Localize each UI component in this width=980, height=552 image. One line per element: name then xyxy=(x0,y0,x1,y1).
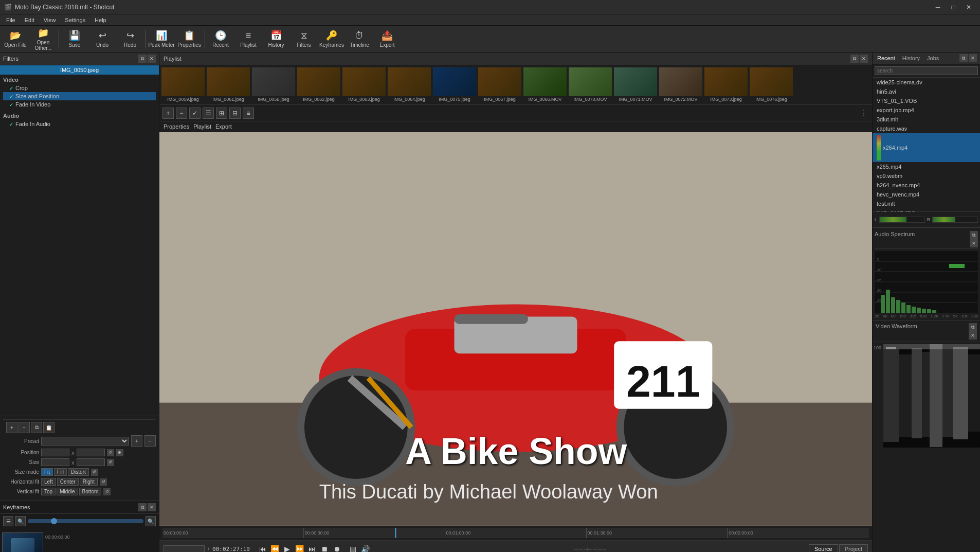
recent-item[interactable]: export.job.mp4 xyxy=(873,105,980,115)
playlist-item[interactable]: IMG_0066.MOV xyxy=(523,67,567,102)
history-tab[interactable]: History xyxy=(901,55,921,62)
playlist-item[interactable]: IMG_0073.jpeg xyxy=(704,67,748,102)
playlist-float[interactable]: ⧉ xyxy=(850,55,859,63)
playlist-item[interactable]: IMG_0072.MOV xyxy=(659,67,702,102)
save-button[interactable]: 💾 Save xyxy=(61,27,88,51)
in-point-button[interactable]: ▤ xyxy=(348,543,359,552)
playlist-detail-view[interactable]: ⊟ xyxy=(229,108,241,119)
kf-zoom-slider[interactable] xyxy=(28,519,143,523)
spectrum-float[interactable]: ⧉ xyxy=(970,231,978,239)
horiz-fit-left[interactable]: Left xyxy=(41,478,56,486)
playlist-remove-button[interactable]: − xyxy=(176,108,187,119)
play-button[interactable]: ▶ xyxy=(282,543,293,552)
playlist-item[interactable]: IMG_0058.jpeg xyxy=(252,67,295,102)
open-file-button[interactable]: 📂 Open File xyxy=(2,27,29,51)
position-reset-button[interactable]: ↺ xyxy=(107,449,114,456)
waveform-close[interactable]: ✕ xyxy=(969,331,977,340)
preset-select[interactable] xyxy=(41,437,129,446)
recent-item[interactable]: 3dlut.mlt xyxy=(873,115,980,124)
jobs-tab[interactable]: Jobs xyxy=(925,55,940,62)
preview-ruler-marks[interactable]: 00:00:00:00 00:00:30:00 00:01:00:00 00:0… xyxy=(162,528,869,538)
playlist-item[interactable]: IMG_0075.jpeg xyxy=(433,67,476,102)
recent-item[interactable]: h264_nvenc.mp4 xyxy=(873,181,980,190)
playlist-button[interactable]: ≡ Playlist xyxy=(235,27,262,51)
playlist-add-button[interactable]: + xyxy=(162,108,174,119)
spectrum-close[interactable]: ✕ xyxy=(970,239,978,247)
vert-fit-bottom[interactable]: Bottom xyxy=(79,488,102,495)
filters-close-button[interactable]: ✕ xyxy=(148,55,156,63)
audi-close[interactable]: ✕ xyxy=(969,54,977,62)
filter-crop[interactable]: ✓ Crop xyxy=(3,84,156,92)
undo-button[interactable]: ↩ Undo xyxy=(89,27,116,51)
filters-float-button[interactable]: ⧉ xyxy=(138,55,147,63)
kf-zoom-in-button[interactable]: 🔍 xyxy=(146,516,156,526)
recent-button[interactable]: 🕒 Recent xyxy=(207,27,234,51)
preset-add-button[interactable]: + xyxy=(131,435,142,447)
preset-remove-button[interactable]: − xyxy=(144,435,156,447)
menu-settings[interactable]: Settings xyxy=(61,16,89,24)
filters-button[interactable]: ⧖ Filters xyxy=(291,27,317,51)
playlist-close[interactable]: ✕ xyxy=(860,55,868,63)
playlist-item[interactable]: IMG_0061.jpeg xyxy=(207,67,250,102)
recent-item[interactable]: VTS_01_1.VOB xyxy=(873,96,980,105)
step-back-button[interactable]: ⏪ xyxy=(269,543,281,552)
size-mode-fit[interactable]: Fit xyxy=(41,468,53,476)
vert-fit-top[interactable]: Top xyxy=(41,488,56,495)
peak-meter-button[interactable]: 📊 Peak Meter xyxy=(148,27,175,51)
source-tab[interactable]: Source xyxy=(809,544,838,552)
playlist-tab-export[interactable]: Export xyxy=(215,123,232,130)
search-input[interactable] xyxy=(875,66,978,75)
recent-item[interactable]: capture.wav xyxy=(873,124,980,133)
size-reset-button[interactable]: ↺ xyxy=(107,459,114,466)
recent-item[interactable]: x264.mp4 xyxy=(873,133,980,162)
recent-item[interactable]: test.mlt xyxy=(873,199,980,208)
playlist-item[interactable]: IMG_0076.jpeg xyxy=(750,67,793,102)
export-button[interactable]: 📤 Export xyxy=(374,27,401,51)
paste-filter-button[interactable]: 📋 xyxy=(43,422,55,433)
project-tab[interactable]: Project xyxy=(839,544,868,552)
playlist-item[interactable]: IMG_0071.MOV xyxy=(614,67,657,102)
timeline-button[interactable]: ⏱ Timeline xyxy=(346,27,373,51)
horiz-fit-center[interactable]: Center xyxy=(57,478,79,486)
recent-item[interactable]: x265.mp4 xyxy=(873,162,980,171)
minimize-button[interactable]: ─ xyxy=(931,2,945,12)
menu-edit[interactable]: Edit xyxy=(21,16,39,24)
close-button[interactable]: ✕ xyxy=(961,2,976,12)
copy-filter-button[interactable]: ⧉ xyxy=(31,422,42,433)
vert-fit-middle[interactable]: Middle xyxy=(57,488,78,495)
filter-size-position[interactable]: ✓ Size and Position xyxy=(3,92,156,100)
properties-button[interactable]: 📋 Properties xyxy=(176,27,203,51)
recent-item[interactable]: hevc_nvenc.mp4 xyxy=(873,190,980,199)
kf-zoom-out-button[interactable]: 🔍 xyxy=(15,516,26,526)
menu-view[interactable]: View xyxy=(40,16,60,24)
recent-item[interactable]: hin5.avi xyxy=(873,87,980,96)
stop-button[interactable]: ⏹ xyxy=(319,543,330,552)
history-button[interactable]: 📅 History xyxy=(263,27,289,51)
playlist-tab-properties[interactable]: Properties xyxy=(164,123,189,130)
keyframes-button[interactable]: 🔑 Keyframes xyxy=(318,27,345,51)
jump-end-button[interactable]: ⏭ xyxy=(306,543,318,552)
playlist-item[interactable]: IMG_0062.jpeg xyxy=(297,67,340,102)
waveform-float[interactable]: ⧉ xyxy=(969,323,977,331)
playlist-grid-view[interactable]: ⊞ xyxy=(216,108,227,119)
add-filter-button[interactable]: + xyxy=(6,422,17,433)
playlist-item[interactable]: IMG_0059.jpeg xyxy=(161,67,205,102)
current-time-input[interactable]: 00:00:41:11 xyxy=(164,545,205,552)
kf-menu-button[interactable]: ☰ xyxy=(3,516,13,526)
playlist-item[interactable]: IMG_0063.jpeg xyxy=(342,67,386,102)
recent-tab[interactable]: Recent xyxy=(876,55,897,62)
position-y-input[interactable]: -26 xyxy=(77,449,105,456)
jump-start-button[interactable]: ⏮ xyxy=(257,543,268,552)
filter-fade-in-video[interactable]: ✓ Fade In Video xyxy=(3,100,156,109)
redo-button[interactable]: ↪ Redo xyxy=(117,27,143,51)
size-mode-reset[interactable]: ↺ xyxy=(91,469,98,476)
size-h-input[interactable]: 1132 xyxy=(77,458,105,466)
out-point-button[interactable]: 🔊 xyxy=(360,543,371,552)
step-forward-button[interactable]: ⏩ xyxy=(294,543,305,552)
size-w-input[interactable]: 2013 xyxy=(41,458,69,466)
menu-file[interactable]: File xyxy=(2,16,20,24)
filter-fade-in-audio[interactable]: ✓ Fade In Audio xyxy=(3,120,156,128)
vert-fit-reset[interactable]: ↺ xyxy=(103,488,111,495)
audi-float[interactable]: ⧉ xyxy=(959,54,968,62)
playlist-check-button[interactable]: ✓ xyxy=(189,108,201,119)
